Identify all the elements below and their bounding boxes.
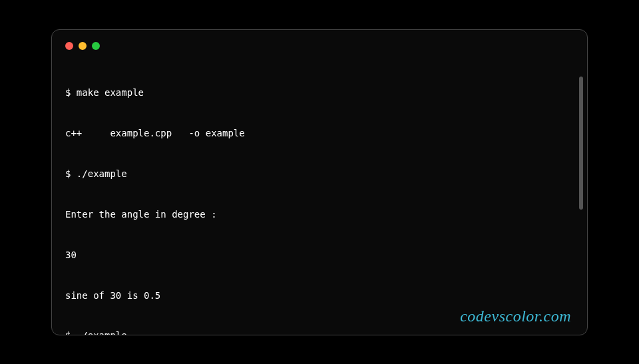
terminal-line: Enter the angle in degree : bbox=[65, 208, 574, 221]
terminal-window: $ make example c++ example.cpp -o exampl… bbox=[51, 29, 588, 335]
terminal-line: 30 bbox=[65, 248, 574, 262]
terminal-line: $ make example bbox=[65, 86, 574, 99]
watermark-text: codevscolor.com bbox=[460, 307, 571, 325]
terminal-line: sine of 30 is 0.5 bbox=[65, 289, 574, 302]
terminal-line: $ ./example bbox=[65, 167, 574, 180]
terminal-line: $ ./example bbox=[65, 329, 574, 335]
maximize-icon[interactable] bbox=[92, 42, 100, 50]
close-icon[interactable] bbox=[65, 42, 73, 50]
terminal-content[interactable]: $ make example c++ example.cpp -o exampl… bbox=[65, 59, 574, 335]
window-controls bbox=[65, 42, 574, 50]
minimize-icon[interactable] bbox=[79, 42, 87, 50]
scrollbar[interactable] bbox=[579, 77, 583, 210]
terminal-line: c++ example.cpp -o example bbox=[65, 126, 574, 140]
